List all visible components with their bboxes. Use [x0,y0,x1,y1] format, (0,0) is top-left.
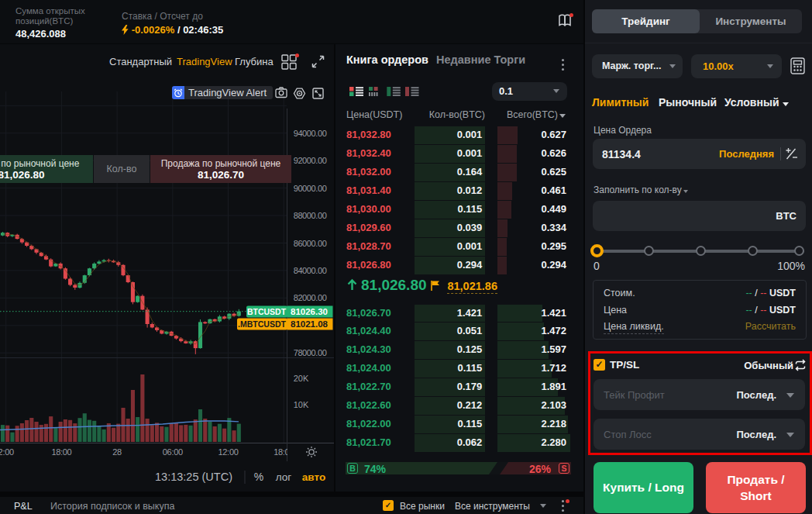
svg-text:10K: 10K [294,400,309,409]
svg-text:авто: авто [302,471,325,483]
svg-text:94000.00: 94000.00 [294,129,327,138]
svg-text:28: 28 [112,447,122,457]
svg-text:BTCUSDT: BTCUSDT [247,307,287,316]
svg-text:81021.08: 81021.08 [291,319,329,329]
svg-text:82000.00: 82000.00 [294,293,327,302]
svg-text:78000.00: 78000.00 [294,348,327,357]
svg-text:88000.00: 88000.00 [294,211,327,220]
svg-text:лог: лог [276,471,292,483]
svg-text:12:00: 12:00 [218,447,238,457]
svg-text:20K: 20K [294,374,309,383]
svg-text:13:13:25 (UTC): 13:13:25 (UTC) [155,471,232,483]
svg-text:84000.00: 84000.00 [294,266,327,275]
svg-text:92000.00: 92000.00 [294,156,327,165]
svg-text:06:00: 06:00 [163,447,183,457]
svg-text:%: % [254,471,263,483]
svg-text:18:00: 18:00 [51,447,71,457]
svg-text:86000.00: 86000.00 [294,239,327,248]
svg-text:81026.30: 81026.30 [291,307,328,316]
svg-text:.MBTCUSDT: .MBTCUSDT [238,319,286,329]
svg-text:2:00: 2:00 [0,447,14,457]
svg-text:90000.00: 90000.00 [294,184,327,193]
